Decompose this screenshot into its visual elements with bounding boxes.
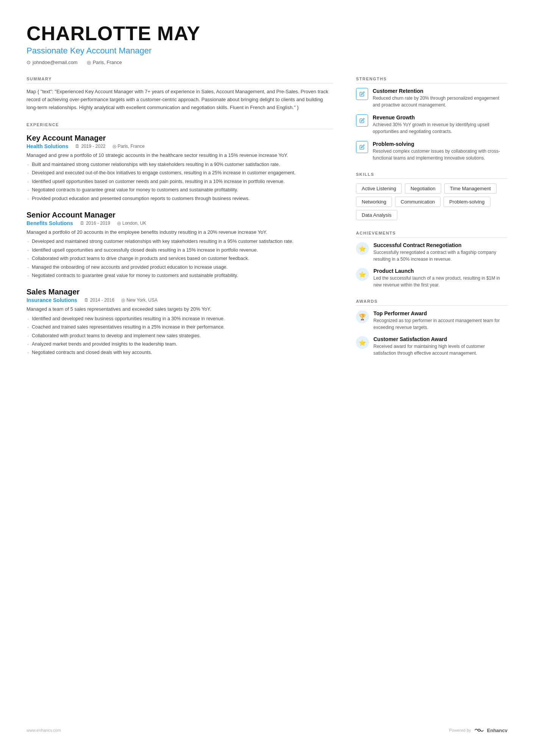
job-2-location: ◎ London, UK (117, 221, 146, 226)
right-column: STRENGTHS Customer Retention Reduced chu… (356, 77, 507, 716)
job-3-bullet-3: Collaborated with product teams to devel… (27, 332, 333, 340)
job-3-title: Sales Manager (27, 288, 333, 296)
summary-section: SUMMARY Map { "text": "Experienced Key A… (27, 77, 333, 111)
skills-grid: Active Listening Negotiation Time Manage… (356, 183, 507, 220)
job-1: Key Account Manager Health Solutions 🗓 2… (27, 134, 333, 202)
skills-section: SKILLS Active Listening Negotiation Time… (356, 172, 507, 220)
award-1-desc: Recognized as top performer in account m… (373, 317, 507, 331)
strength-3-icon (356, 141, 368, 153)
skill-4: Networking (356, 197, 392, 207)
powered-by-text: Powered by (449, 728, 471, 733)
job-3-bullet-5: Negotiated contracts and closed deals wi… (27, 349, 333, 356)
candidate-title: Passionate Key Account Manager (27, 46, 507, 56)
award-1-icon: 🏆 (356, 310, 369, 323)
job-1-bullet-4: Negotiated contracts to guarantee great … (27, 186, 333, 194)
footer: www.enhancv.com Powered by Enhancv (27, 727, 507, 733)
skill-7: Data Analysis (356, 210, 397, 220)
award-2-icon: ⭐ (356, 336, 369, 349)
achievements-title: ACHIEVEMENTS (356, 231, 507, 238)
award-2-desc: Received award for maintaining high leve… (373, 343, 507, 357)
job-1-bullet-2: Developed and executed out-of-the-box in… (27, 169, 333, 177)
location-icon-2: ◎ (117, 221, 121, 226)
job-2-bullet-5: Negotiated contracts to guarantee great … (27, 272, 333, 279)
achievement-2: ⭐ Product Launch Led the successful laun… (356, 268, 507, 288)
job-3-date: 🗓 2014 - 2016 (84, 297, 114, 303)
strength-3: Problem-solving Resolved complex custome… (356, 141, 507, 161)
achievement-1-title: Successful Contract Renegotiation (373, 242, 507, 248)
footer-website: www.enhancv.com (27, 728, 61, 733)
footer-brand: Powered by Enhancv (449, 727, 507, 733)
summary-text: Map { "text": "Experienced Key Account M… (27, 88, 333, 111)
skill-6: Problem-solving (443, 197, 490, 207)
achievement-2-title: Product Launch (373, 268, 507, 274)
job-1-date: 🗓 2019 - 2022 (75, 144, 105, 149)
achievement-2-content: Product Launch Led the successful launch… (373, 268, 507, 288)
experience-title: EXPERIENCE (27, 122, 333, 129)
awards-section: AWARDS 🏆 Top Performer Award Recognized … (356, 299, 507, 357)
job-3-bullet-4: Analyzed market trends and provided insi… (27, 341, 333, 348)
location-icon: ◎ (87, 59, 91, 65)
email-icon: ⊙ (27, 59, 31, 65)
award-1: 🏆 Top Performer Award Recognized as top … (356, 310, 507, 331)
strength-1-desc: Reduced churn rate by 20% through person… (373, 95, 507, 108)
job-1-location: ◎ Paris, France (112, 144, 145, 149)
job-1-meta: Health Solutions 🗓 2019 - 2022 ◎ Paris, … (27, 143, 333, 149)
achievement-1-icon: ⭐ (356, 242, 369, 255)
skill-1: Active Listening (356, 183, 402, 194)
job-3-location: ◎ New York, USA (121, 297, 158, 303)
job-1-title: Key Account Manager (27, 134, 333, 142)
job-3-company: Insurance Solutions (27, 297, 77, 303)
job-3-bullets: Identified and developed new business op… (27, 315, 333, 357)
strength-2-desc: Achieved 30% YoY growth in revenue by id… (373, 121, 507, 135)
job-2-bullet-2: Identified upsell opportunities and succ… (27, 247, 333, 254)
job-1-company: Health Solutions (27, 143, 68, 149)
award-1-content: Top Performer Award Recognized as top pe… (373, 310, 507, 331)
strengths-section: STRENGTHS Customer Retention Reduced chu… (356, 77, 507, 161)
experience-section: EXPERIENCE Key Account Manager Health So… (27, 122, 333, 357)
award-2-content: Customer Satisfaction Award Received awa… (373, 336, 507, 357)
strength-1-title: Customer Retention (373, 88, 507, 94)
job-1-bullets: Built and maintained strong customer rel… (27, 161, 333, 202)
skill-5: Communication (395, 197, 440, 207)
achievement-2-desc: Led the successful launch of a new produ… (373, 275, 507, 288)
job-3: Sales Manager Insurance Solutions 🗓 2014… (27, 288, 333, 356)
award-2-title: Customer Satisfaction Award (373, 336, 507, 342)
job-1-bullet-5: Provided product education and presented… (27, 195, 333, 202)
job-3-meta: Insurance Solutions 🗓 2014 - 2016 ◎ New … (27, 297, 333, 303)
skill-3: Time Management (444, 183, 497, 194)
main-content: SUMMARY Map { "text": "Experienced Key A… (27, 77, 507, 716)
enhancv-brand-name: Enhancv (487, 728, 507, 733)
achievement-1-desc: Successfully renegotiated a contract wit… (373, 249, 507, 263)
job-3-summary: Managed a team of 5 sales representative… (27, 305, 333, 313)
strength-2-content: Revenue Growth Achieved 30% YoY growth i… (373, 114, 507, 135)
job-2-bullet-3: Collaborated with product teams to drive… (27, 255, 333, 262)
strength-2: Revenue Growth Achieved 30% YoY growth i… (356, 114, 507, 135)
skills-title: SKILLS (356, 172, 507, 179)
job-2-bullets: Developed and maintained strong customer… (27, 238, 333, 279)
job-3-bullet-2: Coached and trained sales representative… (27, 324, 333, 331)
job-1-bullet-1: Built and maintained strong customer rel… (27, 161, 333, 168)
achievement-2-icon: ⭐ (356, 268, 369, 281)
strength-2-icon (356, 114, 368, 127)
skill-2: Negotiation (405, 183, 441, 194)
job-2-bullet-1: Developed and maintained strong customer… (27, 238, 333, 245)
email-contact: ⊙ johndoe@email.com (27, 59, 78, 65)
award-2: ⭐ Customer Satisfaction Award Received a… (356, 336, 507, 357)
location-icon-3: ◎ (121, 297, 125, 303)
awards-title: AWARDS (356, 299, 507, 306)
location-icon-1: ◎ (112, 144, 116, 149)
calendar-icon-2: 🗓 (80, 221, 84, 226)
achievement-1: ⭐ Successful Contract Renegotiation Succ… (356, 242, 507, 263)
job-2-meta: Benefits Solutions 🗓 2016 - 2019 ◎ Londo… (27, 220, 333, 226)
location-value: Paris, France (93, 59, 122, 65)
job-2-summary: Managed a portfolio of 20 accounts in th… (27, 229, 333, 236)
strength-2-title: Revenue Growth (373, 114, 507, 121)
resume-page: CHARLOTTE MAY Passionate Key Account Man… (0, 0, 534, 756)
email-value: johndoe@email.com (33, 59, 78, 65)
job-2-bullet-4: Managed the onboarding of new accounts a… (27, 264, 333, 271)
strength-1-icon (356, 88, 368, 100)
strength-1-content: Customer Retention Reduced churn rate by… (373, 88, 507, 108)
calendar-icon-3: 🗓 (84, 297, 89, 303)
left-column: SUMMARY Map { "text": "Experienced Key A… (27, 77, 333, 716)
job-2-company: Benefits Solutions (27, 220, 73, 226)
